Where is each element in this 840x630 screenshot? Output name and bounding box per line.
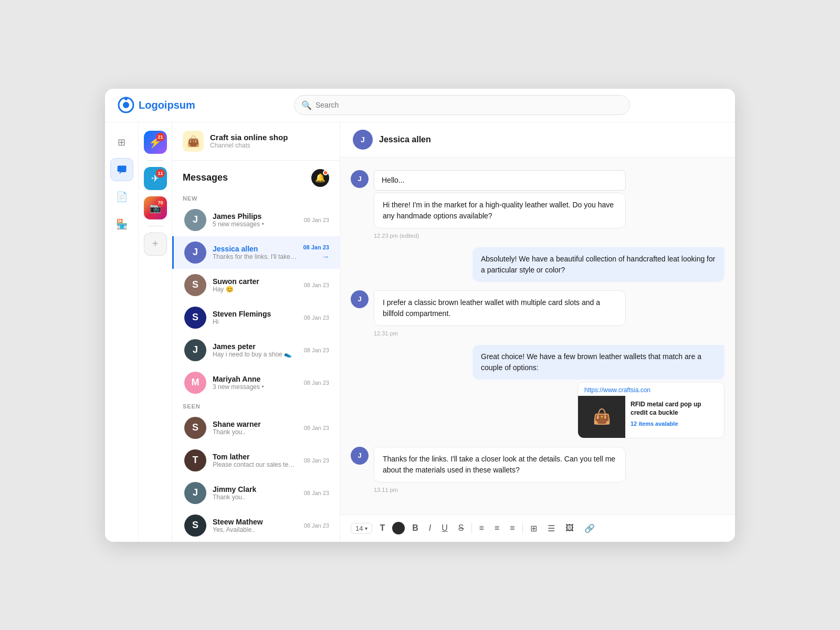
chat-meta: 08 Jan 23 [304,347,329,353]
toolbar-strikethrough-button[interactable]: S [455,521,467,535]
section-new-label: NEW [172,191,340,204]
search-input[interactable] [294,95,630,115]
telegram-badge: 11 [156,169,164,177]
chat-meta: 08 Jan 23 [304,457,329,464]
chat-time: 08 Jan 23 [304,425,329,431]
chat-preview: Yes, Available.. [213,526,298,533]
product-card: https://www.craftsia.con 👜 RFID metal ca… [578,382,724,438]
chat-item-james-peter[interactable]: J James peter Hay i need to buy a shoe 👟… [172,334,340,366]
nav-store[interactable]: 🏪 [110,213,133,236]
msg-bubble-incoming: I prefer a classic brown leather wallet … [374,290,626,326]
greeting-bubble: Hello... [374,170,626,191]
chat-meta: 08 Jan 23 [304,522,329,529]
color-picker-circle[interactable] [392,522,405,534]
chat-name: Shane warner [213,420,298,428]
toolbar-text-button[interactable]: T [376,521,388,535]
product-title: RFID metal card pop up credit ca buckle [631,400,719,418]
nav-document[interactable]: 📄 [110,185,133,208]
chat-preview: 3 new messages • [213,383,298,391]
chat-name: Steven Flemings [213,310,298,318]
toolbar-italic-button[interactable]: I [426,521,434,535]
chat-item-james-philips[interactable]: J James Philips 5 new messages • 08 Jan … [172,204,340,236]
chat-item-tom-lather[interactable]: T Tom lather Please contact our sales te… [172,444,340,477]
chat-meta: 08 Jan 23 [304,282,329,288]
toolbar-list-button[interactable]: ☰ [544,521,558,536]
add-platform-icon[interactable]: + [144,233,167,256]
toolbar-format-button[interactable]: ⊞ [527,521,540,536]
toolbar-align-right-button[interactable]: ≡ [507,521,518,535]
social-divider-2 [148,226,163,226]
svg-rect-3 [117,165,126,172]
chat-name: Suwon carter [213,277,298,286]
toolbar-divider [471,523,472,533]
chat-info: Tom lather Please contact our sales team… [213,453,298,468]
msg-bubble-incoming: Hi there! I'm in the market for a high-q… [374,193,626,228]
chat-preview: Thank you.. [213,494,298,501]
chat-avatar: J [184,242,206,264]
chat-meta: 08 Jan 23 → [303,244,329,261]
chat-item-steven-flemings[interactable]: S Steven Flemings Hi 08 Jan 23 [172,301,340,334]
msg-group: I prefer a classic brown leather wallet … [374,290,626,337]
toolbar-align-center-button[interactable]: ≡ [491,521,502,535]
chat-panel: J Jessica allen J Hello... Hi there! I'm… [340,122,735,542]
messages-area: J Hello... Hi there! I'm in the market f… [340,158,735,514]
nav-chat[interactable] [110,158,133,181]
toolbar-link-button[interactable]: 🔗 [581,521,598,536]
chat-name: James Philips [213,212,298,220]
chat-preview: Thanks for the links. I'll take a... [213,253,297,260]
chat-preview: Hay i need to buy a shoe 👟 [213,351,298,358]
search-bar[interactable]: 🔍 [294,95,630,115]
chat-item-shane-warner[interactable]: S Shane warner Thank you.. 08 Jan 23 [172,412,340,444]
msg-avatar: J [351,290,369,308]
toolbar-bold-button[interactable]: B [409,521,422,535]
chat-name: James peter [213,342,298,351]
chat-meta: 08 Jan 23 [304,217,329,223]
contact-name: Jessica allen [379,135,431,144]
toolbar-underline-button[interactable]: U [438,521,451,535]
chat-info: Jimmy Clark Thank you.. [213,485,298,501]
telegram-icon[interactable]: ✈ 11 [144,167,167,190]
channel-info: Craft sia online shop Channel chats [210,133,288,149]
chat-preview: 5 new messages • [213,220,298,228]
chat-avatar: J [184,339,206,361]
logo-icon [118,97,134,113]
messenger-badge: 21 [156,133,164,141]
msg-group: Thanks for the links. I'll take a closer… [374,447,626,493]
chat-time: 08 Jan 23 [304,522,329,529]
font-size-selector[interactable]: 14 ▾ [351,523,372,534]
chat-info: Steew Mathew Yes, Available.. [213,518,298,533]
chat-info: Jessica allen Thanks for the links. I'll… [213,245,297,260]
notification-icon[interactable]: 🔔 [311,169,329,187]
toolbar-image-button[interactable]: 🖼 [562,521,577,535]
chat-item-steew-mathew[interactable]: S Steew Mathew Yes, Available.. 08 Jan 2… [172,509,340,542]
chat-avatar: M [184,372,206,394]
toolbar-align-left-button[interactable]: ≡ [476,521,487,535]
chat-time: 08 Jan 23 [304,490,329,496]
channel-icon: 👜 [183,131,204,152]
messenger-icon[interactable]: ⚡ 21 [144,131,167,154]
chat-info: James Philips 5 new messages • [213,212,298,228]
message-row: J Thanks for the links. I'll take a clos… [351,447,724,493]
message-row: Great choice! We have a few brown leathe… [351,345,724,438]
chat-time: 08 Jan 23 [304,380,329,386]
chat-bubble-icon [117,164,127,175]
chat-preview: Hay 😊 [213,286,298,293]
chat-preview: Hi [213,318,298,326]
section-seen-label: SEEN [172,399,340,412]
msg-bubble-outgoing: Great choice! We have a few brown leathe… [472,345,724,380]
left-nav: ⊞ 📄 🏪 [105,122,139,542]
chat-item-suwon-carter[interactable]: S Suwon carter Hay 😊 08 Jan 23 [172,269,340,301]
chat-item-mariyah-anne[interactable]: M Mariyah Anne 3 new messages • 08 Jan 2… [172,366,340,399]
instagram-badge: 70 [156,198,164,207]
product-link[interactable]: https://www.craftsia.con [578,382,724,396]
msg-bubble-incoming: Thanks for the links. I'll take a closer… [374,447,626,482]
chat-item-jimmy-clark[interactable]: J Jimmy Clark Thank you.. 08 Jan 23 [172,477,340,509]
nav-grid[interactable]: ⊞ [110,131,133,154]
product-image: 👜 [578,396,625,438]
chat-info: Shane warner Thank you.. [213,420,298,436]
channel-sub: Channel chats [210,142,288,149]
instagram-icon[interactable]: 📷 70 [144,196,167,219]
chat-meta: 08 Jan 23 [304,380,329,386]
logo: Logoipsum [118,97,202,113]
chat-item-jessica-allen[interactable]: J Jessica allen Thanks for the links. I'… [172,236,340,269]
